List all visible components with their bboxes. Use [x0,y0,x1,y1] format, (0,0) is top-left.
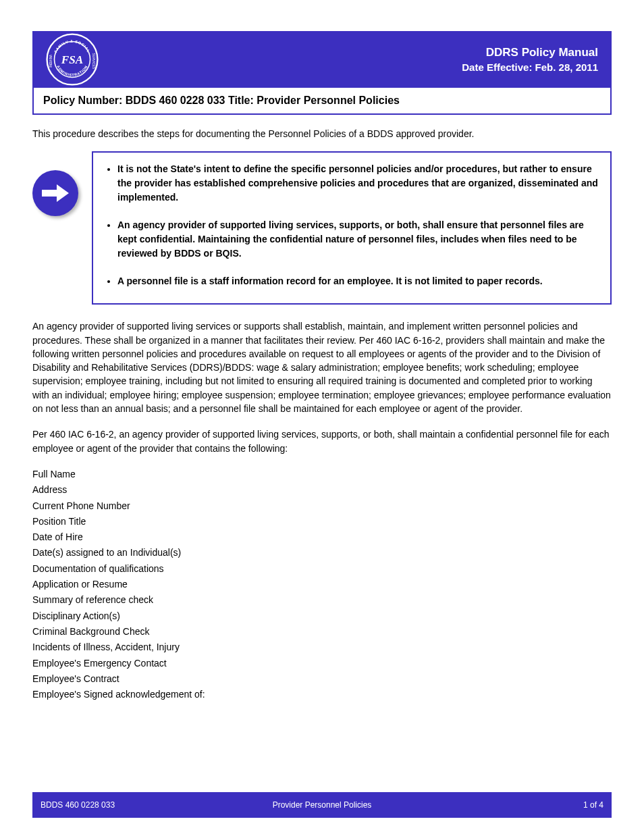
field-item: Full Name [32,467,612,481]
note-box: It is not the State's intent to define t… [92,151,612,305]
field-item: Address [32,483,612,496]
field-item: Employee's Emergency Contact [32,656,612,670]
field-list: Full Name Address Current Phone Number P… [32,467,612,701]
footer-right: 1 of 4 [583,800,603,810]
field-item: Summary of reference check [32,593,612,606]
sub-banner: Policy Number: BDDS 460 0228 033 Title: … [32,88,612,115]
header-banner: FAMILY & SOCIAL ADMINISTRATION FSA INDIA… [32,31,612,88]
field-item: Position Title [32,515,612,528]
svg-text:SERVICES: SERVICES [92,53,95,69]
field-item: Disciplinary Action(s) [32,609,612,623]
field-item: Documentation of qualifications [32,562,612,575]
svg-text:INDIANA: INDIANA [49,54,53,68]
svg-text:FAMILY & SOCIAL: FAMILY & SOCIAL [53,39,90,53]
header-title: DDRS Policy Manual [99,46,598,59]
field-item: Current Phone Number [32,499,612,513]
body-paragraph: An agency provider of supported living s… [32,319,612,415]
footer-left: BDDS 460 0228 033 [41,800,115,810]
field-item: Date(s) assigned to an Individual(s) [32,546,612,559]
footer-center: Provider Personnel Policies [273,800,372,810]
fssa-seal-icon: FAMILY & SOCIAL ADMINISTRATION FSA INDIA… [46,33,99,86]
arrow-right-icon [32,170,78,216]
body-paragraph: Per 460 IAC 6-16-2, an agency provider o… [32,427,612,455]
field-item: Incidents of Illness, Accident, Injury [32,640,612,654]
note-item: A personnel file is a staff information … [117,274,598,288]
svg-text:FSA: FSA [61,53,83,66]
note-item: An agency provider of supported living s… [117,218,598,261]
field-item: Date of Hire [32,530,612,544]
field-item: Criminal Background Check [32,625,612,638]
footer-bar: BDDS 460 0228 033 Provider Personnel Pol… [32,792,612,818]
header-subtitle: Date Effective: Feb. 28, 2011 [99,61,598,73]
intro-text: This procedure describes the steps for d… [32,127,612,140]
content-area: This procedure describes the steps for d… [32,115,612,701]
field-item: Employee's Contract [32,672,612,685]
svg-text:ADMINISTRATION: ADMINISTRATION [56,65,88,77]
note-item: It is not the State's intent to define t… [117,162,598,205]
field-item: Employee's Signed acknowledgement of: [32,687,612,701]
field-item: Application or Resume [32,577,612,591]
